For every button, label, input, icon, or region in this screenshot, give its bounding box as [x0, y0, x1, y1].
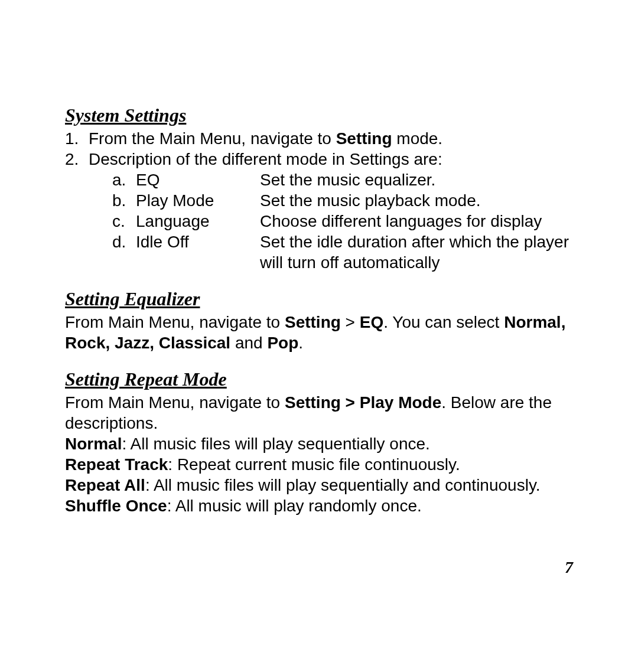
list-item: d. Idle Off Set the idle duration after …: [112, 231, 585, 273]
section-setting-repeat-mode: Setting Repeat Mode From Main Menu, navi…: [65, 367, 585, 516]
item-desc: Set the music playback mode.: [260, 190, 585, 211]
mode-name: Normal: [65, 435, 122, 453]
equalizer-text: From Main Menu, navigate to Setting > EQ…: [65, 312, 585, 353]
list-item: a. EQ Set the music equalizer.: [112, 169, 585, 190]
repeat-mode-item: Repeat All: All music files will play se…: [65, 475, 585, 495]
item-label: Language: [136, 211, 260, 231]
item-label: Idle Off: [136, 231, 260, 252]
text-fragment: .: [298, 334, 303, 352]
heading-setting-equalizer: Setting Equalizer: [65, 287, 585, 311]
step-text-pre: From the Main Menu, navigate to: [89, 129, 336, 148]
text-bold: Setting > Play Mode: [285, 393, 441, 412]
repeat-mode-item: Normal: All music files will play sequen…: [65, 433, 585, 454]
step-text: Description of the different mode in Set…: [89, 150, 442, 168]
text-fragment: . You can select: [383, 313, 504, 331]
step-number: 2.: [65, 149, 79, 169]
repeat-mode-item: Repeat Track: Repeat current music file …: [65, 454, 585, 475]
step-1: 1. From the Main Menu, navigate to Setti…: [65, 128, 585, 149]
step-text-post: mode.: [392, 129, 443, 148]
step-text-bold: Setting: [336, 129, 392, 148]
mode-name: Repeat All: [65, 476, 145, 494]
item-label: Play Mode: [136, 190, 260, 211]
step-number: 1.: [65, 128, 79, 149]
item-letter: a.: [112, 169, 136, 190]
mode-name: Repeat Track: [65, 455, 168, 474]
item-letter: c.: [112, 211, 136, 231]
list-item: c. Language Choose different languages f…: [112, 211, 585, 231]
text-fragment: From Main Menu, navigate to: [65, 393, 285, 412]
mode-desc: : All music files will play sequentially…: [145, 476, 541, 494]
mode-desc: : Repeat current music file continuously…: [168, 455, 460, 474]
mode-desc: : All music files will play sequentially…: [122, 435, 429, 453]
item-desc: Set the music equalizer.: [260, 169, 585, 190]
item-label: EQ: [136, 169, 260, 190]
text-bold: Pop: [267, 334, 298, 352]
text-fragment: From Main Menu, navigate to: [65, 313, 285, 331]
settings-mode-list: a. EQ Set the music equalizer. b. Play M…: [89, 169, 585, 273]
item-desc: Choose different languages for display: [260, 211, 585, 231]
section-setting-equalizer: Setting Equalizer From Main Menu, naviga…: [65, 287, 585, 353]
item-letter: b.: [112, 190, 136, 211]
page-number: 7: [565, 557, 573, 578]
mode-desc: : All music will play randomly once.: [167, 497, 422, 515]
section-system-settings: System Settings 1. From the Main Menu, n…: [65, 103, 585, 273]
heading-setting-repeat-mode: Setting Repeat Mode: [65, 367, 585, 391]
item-letter: d.: [112, 231, 136, 252]
step-2: 2. Description of the different mode in …: [65, 149, 585, 273]
text-fragment: >: [341, 313, 360, 331]
repeat-mode-item: Shuffle Once: All music will play random…: [65, 495, 585, 516]
system-settings-steps: 1. From the Main Menu, navigate to Setti…: [65, 128, 585, 273]
mode-name: Shuffle Once: [65, 497, 167, 515]
text-fragment: and: [230, 334, 267, 352]
text-bold: EQ: [360, 313, 383, 331]
repeat-intro: From Main Menu, navigate to Setting > Pl…: [65, 392, 585, 433]
list-item: b. Play Mode Set the music playback mode…: [112, 190, 585, 211]
text-bold: Setting: [285, 313, 341, 331]
heading-system-settings: System Settings: [65, 103, 585, 127]
item-desc: Set the idle duration after which the pl…: [260, 231, 585, 273]
